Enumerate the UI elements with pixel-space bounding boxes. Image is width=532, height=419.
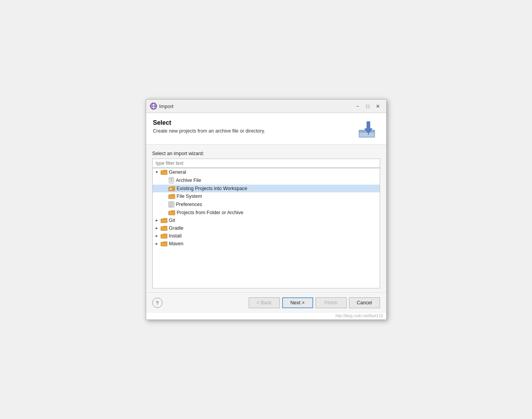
svg-rect-11: [170, 180, 173, 181]
titlebar: Import − □ ✕: [146, 100, 386, 113]
titlebar-left: Import: [150, 103, 174, 110]
svg-rect-25: [161, 219, 167, 223]
tree-item-file-system[interactable]: File System: [153, 192, 380, 200]
tree-item-projects-folder[interactable]: Projects from Folder or Archive: [153, 209, 380, 216]
item-icon-general: [160, 169, 167, 175]
tree-item-git[interactable]: ► Git: [153, 216, 380, 224]
tree-item-existing-projects[interactable]: Existing Projects into Workspace: [153, 185, 380, 192]
tree-item-gradle[interactable]: ► Gradle: [153, 224, 380, 232]
item-icon-gradle: [160, 225, 167, 231]
import-dialog: Import − □ ✕ Select Create new projects …: [146, 99, 387, 320]
item-icon-projects-folder: [168, 210, 175, 215]
svg-rect-18: [169, 195, 175, 199]
button-group: < Back Next > Finish Cancel: [249, 297, 380, 308]
tree-item-general[interactable]: ▼ General: [153, 168, 380, 176]
tree-container[interactable]: ▼ General Archive File Existing Projects…: [152, 168, 380, 288]
item-label-general: General: [169, 169, 186, 175]
titlebar-controls: − □ ✕: [354, 102, 382, 110]
back-button[interactable]: < Back: [249, 297, 280, 308]
header-subtitle: Create new projects from an archive file…: [153, 128, 265, 134]
bottom-section: ? < Back Next > Finish Cancel: [146, 292, 386, 313]
item-label-git: Git: [169, 218, 175, 223]
finish-button[interactable]: Finish: [316, 297, 347, 308]
cancel-button[interactable]: Cancel: [349, 297, 380, 308]
item-label-install: Install: [169, 233, 182, 239]
expand-arrow-git[interactable]: ►: [154, 218, 160, 223]
item-icon-preferences: [168, 201, 174, 208]
watermark: http://blog.csdn.net/llaot110: [146, 313, 386, 319]
item-icon-maven: [160, 241, 167, 246]
item-label-preferences: Preferences: [176, 202, 202, 207]
svg-rect-12: [170, 182, 173, 182]
minimize-button[interactable]: −: [354, 102, 362, 110]
svg-rect-26: [161, 227, 167, 230]
maximize-button[interactable]: □: [364, 102, 372, 110]
svg-rect-13: [171, 178, 172, 180]
header-title: Select: [153, 119, 265, 126]
app-icon: [150, 103, 157, 110]
item-icon-file-system: [168, 194, 175, 199]
help-button[interactable]: ?: [152, 298, 162, 308]
item-icon-git: [160, 218, 167, 223]
svg-rect-27: [161, 235, 167, 238]
tree-item-preferences[interactable]: Preferences: [153, 200, 380, 209]
item-label-projects-folder: Projects from Folder or Archive: [177, 210, 244, 215]
item-icon-existing-projects: [168, 186, 175, 191]
item-label-file-system: File System: [177, 194, 202, 199]
svg-rect-7: [161, 171, 167, 175]
header-section: Select Create new projects from an archi…: [146, 113, 386, 145]
expand-arrow-maven[interactable]: ►: [154, 241, 160, 246]
svg-rect-28: [161, 243, 167, 246]
wizard-label: Select an import wizard:: [152, 151, 380, 156]
item-label-existing-projects: Existing Projects into Workspace: [177, 186, 248, 191]
item-icon-archive-file: [168, 177, 174, 183]
item-icon-install: [160, 233, 167, 239]
expand-arrow-general[interactable]: ▼: [154, 169, 160, 175]
item-label-maven: Maven: [169, 241, 184, 246]
item-label-gradle: Gradle: [169, 225, 184, 231]
item-label-archive-file: Archive File: [176, 178, 201, 183]
expand-arrow-gradle[interactable]: ►: [154, 225, 160, 231]
content-section: Select an import wizard: ▼ General Archi…: [146, 145, 386, 292]
close-button[interactable]: ✕: [374, 102, 382, 110]
next-button[interactable]: Next >: [282, 297, 313, 308]
tree-item-archive-file[interactable]: Archive File: [153, 176, 380, 185]
svg-rect-15: [170, 188, 172, 190]
expand-arrow-install[interactable]: ►: [154, 233, 160, 239]
tree-item-install[interactable]: ► Install: [153, 232, 380, 240]
tree-item-maven[interactable]: ► Maven: [153, 240, 380, 248]
dialog-title: Import: [159, 103, 174, 109]
svg-rect-24: [169, 211, 175, 215]
filter-input[interactable]: [152, 159, 380, 168]
header-text: Select Create new projects from an archi…: [153, 119, 265, 134]
header-import-icon: [358, 119, 379, 139]
